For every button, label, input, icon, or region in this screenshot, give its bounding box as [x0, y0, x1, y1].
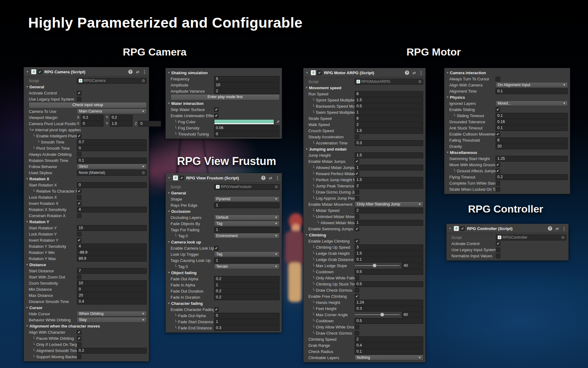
checkbox-lock-rotation-x[interactable]: [77, 195, 81, 200]
input-gravity[interactable]: 20: [496, 144, 568, 149]
foldout-icon[interactable]: ▼: [26, 220, 29, 223]
kebab-menu-icon[interactable]: ⋮: [275, 175, 280, 180]
section-cursor[interactable]: ▼Cursor: [24, 305, 149, 311]
checkbox-reward-perfect-midair-j[interactable]: ✔: [355, 171, 359, 176]
dropdown-align-with-camera[interactable]: On Alignment Input▼: [496, 82, 568, 88]
checkbox-enable-character-fading[interactable]: ✔: [214, 307, 219, 312]
foldout-icon[interactable]: ▼: [168, 302, 171, 305]
input-feet-height[interactable]: 0.3: [355, 306, 423, 312]
input-fade-start-distance[interactable]: 1: [214, 319, 280, 325]
presets-icon[interactable]: ⇄: [136, 70, 139, 74]
input-alignment-time[interactable]: 0.1: [496, 88, 568, 94]
input-climbing-up-speed[interactable]: 3: [355, 244, 423, 250]
input-fade-out-alpha[interactable]: 0.2: [214, 276, 280, 282]
checkbox-log-approx-jump-peak-d[interactable]: [355, 196, 359, 201]
help-icon[interactable]: ?: [405, 71, 409, 75]
input-viewport-margin-y[interactable]: 0.2: [110, 115, 133, 121]
foldout-icon[interactable]: ▼: [305, 148, 309, 151]
dropdown-look-up-trigger[interactable]: Tag▼: [214, 251, 280, 257]
checkbox-enable-underwater-effec[interactable]: ✔: [214, 113, 219, 118]
input-climbing-speed[interactable]: 2: [355, 336, 423, 342]
foldout-icon[interactable]: ▼: [306, 71, 309, 74]
component-header[interactable]: ▼ # ✔ RPG Camera (Script) ? ⇄ ⋮: [24, 67, 149, 76]
input-zoom-sensitivity[interactable]: 10: [77, 280, 147, 286]
dropdown-climbable-layers[interactable]: Nothing▼: [355, 355, 423, 360]
input-sliding-timeout[interactable]: 0.1: [496, 113, 568, 119]
slider-handle-max-corner-angle[interactable]: [380, 313, 384, 316]
section-object-fading[interactable]: ▼Object fading: [166, 270, 282, 276]
section-general[interactable]: ▼General: [166, 190, 282, 196]
input-fade-out-alpha[interactable]: 0: [214, 313, 280, 319]
input-distance-smooth-time[interactable]: 0.4: [77, 299, 147, 305]
foldout-icon[interactable]: ▼: [168, 191, 171, 194]
component-header[interactable]: ▼ # ✔ RPG View Frustum (Script) ? ⇄ ⋮: [166, 174, 282, 182]
checkbox-always-turn-to-cursor[interactable]: [496, 77, 500, 81]
component-enabled-checkbox[interactable]: ✔: [38, 70, 42, 74]
input-ledge-grab-distance[interactable]: 0.1: [355, 257, 423, 263]
input-backwards-speed-multip[interactable]: 0.5: [355, 103, 423, 109]
checkbox-activate-control[interactable]: ✔: [77, 91, 81, 95]
slider-handle-max-ledge-slope[interactable]: [373, 264, 376, 267]
input-max-corner-angle[interactable]: 60: [402, 312, 423, 318]
dropdown-follow-behavior[interactable]: Strict▼: [77, 164, 147, 169]
input-midair-speed[interactable]: 2: [355, 208, 423, 213]
object-picker-icon[interactable]: ⊙: [561, 235, 564, 240]
section-rotation-y[interactable]: ▼Rotation Y: [24, 219, 149, 225]
component-header[interactable]: ▼ # ✔ RPG Controller (Script) ? ⇄ ⋮: [447, 224, 568, 233]
input-rotation-x-sensitivity[interactable]: 4: [77, 207, 147, 213]
button-check-input-setup[interactable]: Check input setup: [29, 102, 147, 108]
component-header[interactable]: ▼ # ✔ RPG Motor ARPG (Script) ? ⇄ ⋮: [303, 68, 425, 77]
checkbox-strafe-when-locked-on-ta[interactable]: [496, 187, 500, 192]
foldout-icon[interactable]: ▼: [168, 210, 171, 213]
input-grounded-tolerance[interactable]: 0.16: [496, 119, 568, 125]
input-frequency[interactable]: 5: [214, 76, 280, 82]
section-miscellaneous[interactable]: ▼Miscellaneous: [444, 149, 570, 155]
checkbox-draw-check-gizmos[interactable]: [355, 288, 359, 293]
dropdown-shape[interactable]: Pyramid▼: [214, 196, 280, 202]
input-fade-in-duration[interactable]: 0.2: [214, 294, 280, 300]
foldout-icon[interactable]: ▼: [26, 306, 29, 309]
input-fog-density[interactable]: 0.06: [214, 125, 280, 131]
presets-icon[interactable]: ⇄: [269, 176, 272, 180]
component-enabled-checkbox[interactable]: ✔: [179, 176, 184, 180]
presets-icon[interactable]: ⇄: [556, 226, 559, 231]
input-amplitude[interactable]: 10: [214, 82, 280, 88]
input-sprint-speed-multiplier[interactable]: 1.5: [355, 97, 423, 103]
checkbox-normalize-input-values[interactable]: [496, 254, 500, 258]
input-tags-causing-look-up[interactable]: 1: [214, 258, 280, 263]
input-camera-pivot-local-positic-z[interactable]: 0: [138, 121, 161, 127]
section-alignment-when-the-character-moves[interactable]: ▼Alignment when the character moves: [24, 323, 149, 329]
foldout-icon[interactable]: ▼: [168, 271, 171, 274]
checkbox-enable-sliding[interactable]: ✔: [496, 107, 500, 112]
checkbox-draw-check-gizmos[interactable]: [355, 331, 359, 335]
section-climbing[interactable]: ▼Climbing: [303, 232, 425, 238]
dropdown-occluding-layers[interactable]: Default▼: [214, 215, 280, 220]
checkbox-invert-rotation-x[interactable]: ✔: [77, 201, 81, 206]
checkbox-align-with-character[interactable]: ✔: [77, 330, 81, 335]
input-camera-pivot-local-positic-y[interactable]: 1.5: [110, 121, 133, 127]
checkbox-enable-free-climbing[interactable]: ✔: [355, 294, 359, 299]
checkbox-steady-acceleration[interactable]: [355, 135, 359, 139]
section-movement-speed[interactable]: ▼Movement speed: [303, 85, 425, 91]
input-flying-timeout[interactable]: 0.2: [496, 174, 568, 180]
color-swatch-fog-color[interactable]: [214, 119, 274, 125]
section-water-interaction[interactable]: ▼Water interaction: [166, 100, 282, 106]
dropdown-camera-to-use[interactable]: Main Camera▼: [77, 109, 147, 114]
checkbox-skip-water-surface[interactable]: ✔: [214, 107, 219, 112]
input-allowed-midair-jumps[interactable]: 1: [355, 165, 423, 171]
help-icon[interactable]: ?: [128, 70, 133, 74]
input-cooldown[interactable]: 0.5: [355, 269, 423, 275]
checkbox-draw-gizmo-during-jum[interactable]: [355, 190, 359, 194]
presets-icon[interactable]: ⇄: [413, 71, 416, 75]
foldout-icon[interactable]: ▼: [26, 85, 29, 88]
foldout-icon[interactable]: ▼: [305, 86, 309, 89]
input-climbing-up-stuck-time[interactable]: 0.5: [355, 281, 423, 287]
checkbox-lock-rotation-y[interactable]: [77, 232, 81, 236]
input-fade-end-distance[interactable]: 0.3: [214, 325, 280, 331]
input-swimming-start-height[interactable]: 1.25: [496, 156, 568, 162]
eyedropper-icon[interactable]: ✎: [276, 120, 280, 124]
input-start-distance[interactable]: 7: [77, 268, 147, 274]
section-physics[interactable]: ▼Physics: [444, 94, 570, 100]
object-picker-icon[interactable]: ⊙: [275, 185, 278, 189]
foldout-icon[interactable]: ▼: [26, 324, 29, 328]
